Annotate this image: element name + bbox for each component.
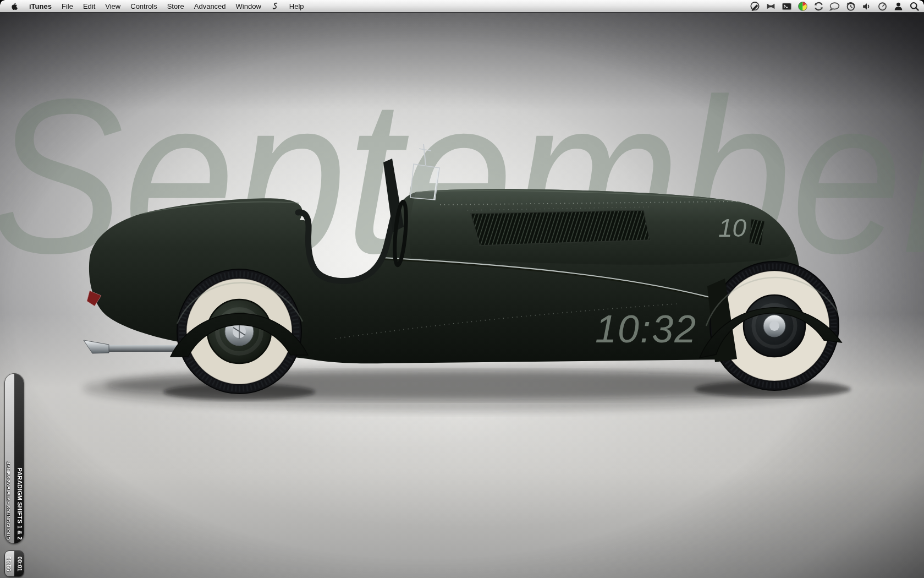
player-track-bar[interactable]: PARADIGM SHIFTS 1 & 2 JAMES ZABIELA • SO… [4,373,24,544]
menu-edit[interactable]: Edit [78,0,100,12]
apple-logo-icon [10,2,19,11]
menu-help[interactable]: Help [284,0,309,12]
menu-advanced[interactable]: Advanced [189,0,231,12]
applescript-icon [271,2,279,11]
pie-chart-icon[interactable] [798,1,808,12]
apple-menu[interactable] [6,0,24,12]
player-track-title: PARADIGM SHIFTS 1 & 2 [16,468,23,540]
menu-window[interactable]: Window [231,0,266,12]
player-time-chip: 00:01 55:56 [4,550,24,577]
chat-bubble-icon[interactable] [829,1,840,12]
spotlight-icon[interactable] [909,1,920,12]
player-artist: JAMES ZABIELA • SOUNDCLOUD [6,462,12,540]
vignette-overlay [0,0,924,578]
menu-left: iTunes File Edit View Controls Store Adv… [0,0,309,12]
applescript-menu[interactable] [266,0,284,12]
user-icon[interactable] [893,1,904,12]
terminal-icon[interactable] [782,1,792,12]
menu-store[interactable]: Store [162,0,189,12]
player-widget[interactable]: PARADIGM SHIFTS 1 & 2 JAMES ZABIELA • SO… [4,373,24,577]
menu-view[interactable]: View [100,0,125,12]
desktop-wallpaper: September [0,0,924,578]
menu-status-icons [744,0,924,12]
menu-itunes[interactable]: iTunes [24,0,57,12]
clock-icon[interactable] [877,1,888,12]
menu-file[interactable]: File [57,0,78,12]
pen-icon[interactable] [750,1,760,12]
player-remaining-time: 55:56 [6,551,12,576]
menu-controls[interactable]: Controls [125,0,162,12]
bowtie-icon[interactable] [766,1,776,12]
player-elapsed-time: 00:01 [16,551,23,576]
sync-icon[interactable] [813,1,824,12]
menu-bar: iTunes File Edit View Controls Store Adv… [0,0,924,13]
volume-icon[interactable] [861,1,872,12]
desktop: September [0,0,924,578]
time-machine-icon[interactable] [845,1,856,12]
